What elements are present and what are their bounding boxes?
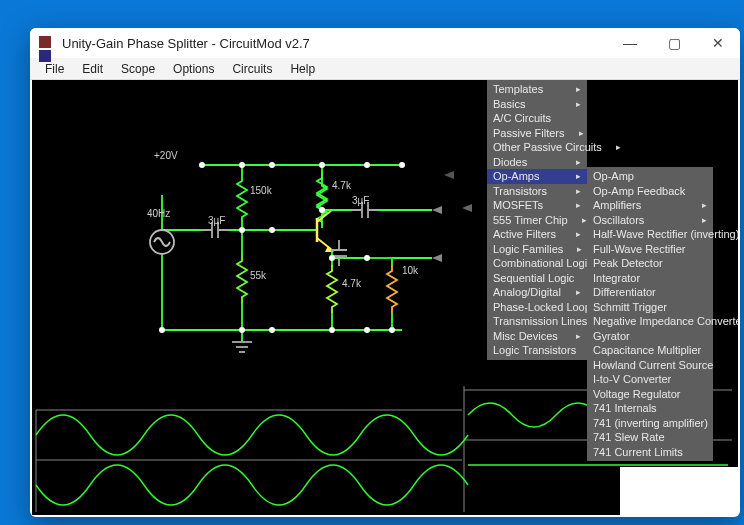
menu-item-label: MOSFETs — [493, 198, 576, 212]
menu-item-full-wave-rectifier[interactable]: Full-Wave Rectifier — [587, 242, 713, 257]
menu-item-op-amp-feedback[interactable]: Op-Amp Feedback — [587, 184, 713, 199]
menu-item-basics[interactable]: Basics▸ — [487, 97, 587, 112]
menu-item-label: Basics — [493, 97, 576, 111]
menu-item-oscillators[interactable]: Oscillators▸ — [587, 213, 713, 228]
label-c2: 3µF — [352, 195, 369, 206]
label-voltage: +20V — [154, 150, 178, 161]
menu-item-schmitt-trigger[interactable]: Schmitt Trigger — [587, 300, 713, 315]
menu-item-op-amps[interactable]: Op-Amps▸ — [487, 169, 587, 184]
menu-item-741-inverting-amplifier-[interactable]: 741 (inverting amplifier) — [587, 416, 713, 431]
svg-point-46 — [399, 162, 405, 168]
menu-item-templates[interactable]: Templates▸ — [487, 82, 587, 97]
window-title: Unity-Gain Phase Splitter - CircuitMod v… — [62, 36, 608, 51]
svg-point-47 — [239, 227, 245, 233]
menu-item-label: Other Passive Circuits — [493, 140, 616, 154]
menu-item-label: Full-Wave Rectifier — [593, 242, 707, 256]
menu-item-differentiator[interactable]: Differentiator — [587, 285, 713, 300]
menu-item-label: Analog/Digital — [493, 285, 576, 299]
blank-patch — [620, 467, 738, 515]
menu-item-capacitance-multiplier[interactable]: Capacitance Multiplier — [587, 343, 713, 358]
menu-item-gyrator[interactable]: Gyrator — [587, 329, 713, 344]
chevron-right-icon: ▸ — [702, 198, 707, 212]
maximize-button[interactable]: ▢ — [652, 28, 696, 58]
svg-point-54 — [364, 255, 370, 261]
close-button[interactable]: ✕ — [696, 28, 740, 58]
opamps-submenu: Op-AmpOp-Amp FeedbackAmplifiers▸Oscillat… — [587, 167, 713, 461]
menu-item-op-amp[interactable]: Op-Amp — [587, 169, 713, 184]
chevron-right-icon: ▸ — [576, 329, 581, 343]
menu-item-sequential-logic[interactable]: Sequential Logic▸ — [487, 271, 587, 286]
menu-item-label: Differentiator — [593, 285, 707, 299]
menu-item-diodes[interactable]: Diodes▸ — [487, 155, 587, 170]
svg-point-56 — [269, 162, 275, 168]
menu-item-label: Transistors — [493, 184, 576, 198]
menu-item-label: Templates — [493, 82, 576, 96]
menu-item-label: Schmitt Trigger — [593, 300, 707, 314]
menu-item-analog-digital[interactable]: Analog/Digital▸ — [487, 285, 587, 300]
menu-item-voltage-regulator[interactable]: Voltage Regulator — [587, 387, 713, 402]
chevron-right-icon: ▸ — [576, 227, 581, 241]
menu-item-transistors[interactable]: Transistors▸ — [487, 184, 587, 199]
menu-item-misc-devices[interactable]: Misc Devices▸ — [487, 329, 587, 344]
menu-item-peak-detector[interactable]: Peak Detector — [587, 256, 713, 271]
menu-item-label: Op-Amp — [593, 169, 707, 183]
menu-item-i-to-v-converter[interactable]: I-to-V Converter — [587, 372, 713, 387]
menu-item-mosfets[interactable]: MOSFETs▸ — [487, 198, 587, 213]
menu-item-label: 741 Slew Rate — [593, 430, 707, 444]
menu-item-logic-transistors[interactable]: Logic Transistors▸ — [487, 343, 587, 358]
label-r2: 55k — [250, 270, 266, 281]
menu-item-combinational-logic[interactable]: Combinational Logic▸ — [487, 256, 587, 271]
menu-item-howland-current-source[interactable]: Howland Current Source — [587, 358, 713, 373]
menu-item-label: Negative Impedance Converter — [593, 314, 738, 328]
chevron-right-icon: ▸ — [576, 285, 581, 299]
svg-point-55 — [319, 207, 325, 213]
chevron-right-icon: ▸ — [576, 155, 581, 169]
menu-item-label: Half-Wave Rectifier (inverting) — [593, 227, 738, 241]
chevron-right-icon: ▸ — [576, 82, 581, 96]
menubar: File Edit Scope Options Circuits Help — [30, 58, 740, 80]
label-r4: 4.7k — [342, 278, 361, 289]
menu-item-555-timer-chip[interactable]: 555 Timer Chip▸ — [487, 213, 587, 228]
menu-item-label: Amplifiers — [593, 198, 702, 212]
menu-item-label: Capacitance Multiplier — [593, 343, 715, 357]
menu-item-transmission-lines[interactable]: Transmission Lines▸ — [487, 314, 587, 329]
circuits-submenu: Templates▸Basics▸A/C CircuitsPassive Fil… — [487, 80, 587, 360]
menu-item-integrator[interactable]: Integrator — [587, 271, 713, 286]
chevron-right-icon: ▸ — [576, 169, 581, 183]
menu-item-label: 741 Current Limits — [593, 445, 707, 459]
menu-item-half-wave-rectifier-inverting-[interactable]: Half-Wave Rectifier (inverting) — [587, 227, 713, 242]
menu-item-passive-filters[interactable]: Passive Filters▸ — [487, 126, 587, 141]
menu-options[interactable]: Options — [164, 60, 223, 78]
menu-item-label: Op-Amp Feedback — [593, 184, 707, 198]
menu-item-741-internals[interactable]: 741 Internals — [587, 401, 713, 416]
chevron-right-icon: ▸ — [577, 242, 582, 256]
menu-scope[interactable]: Scope — [112, 60, 164, 78]
menu-item-label: Active Filters — [493, 227, 576, 241]
minimize-button[interactable]: — — [608, 28, 652, 58]
menu-item-label: I-to-V Converter — [593, 372, 707, 386]
circuit-canvas[interactable]: +20V 40Hz 150k 55k 4.7k 4.7k 10k 3µF 3µF… — [32, 80, 738, 515]
chevron-right-icon: ▸ — [702, 213, 707, 227]
chevron-right-icon: ▸ — [576, 184, 581, 198]
menu-item-label: Sequential Logic — [493, 271, 588, 285]
window-controls: — ▢ ✕ — [608, 28, 740, 58]
menu-item-amplifiers[interactable]: Amplifiers▸ — [587, 198, 713, 213]
menu-item-a-c-circuits[interactable]: A/C Circuits — [487, 111, 587, 126]
menu-item-label: Voltage Regulator — [593, 387, 707, 401]
menu-item-active-filters[interactable]: Active Filters▸ — [487, 227, 587, 242]
menu-circuits[interactable]: Circuits — [223, 60, 281, 78]
menu-item-logic-families[interactable]: Logic Families▸ — [487, 242, 587, 257]
svg-point-45 — [319, 162, 325, 168]
label-c1: 3µF — [208, 215, 225, 226]
menu-item-other-passive-circuits[interactable]: Other Passive Circuits▸ — [487, 140, 587, 155]
menu-item-label: A/C Circuits — [493, 111, 581, 125]
menu-item-phase-locked-loops[interactable]: Phase-Locked Loops▸ — [487, 300, 587, 315]
menu-item-negative-impedance-converter[interactable]: Negative Impedance Converter — [587, 314, 713, 329]
menu-edit[interactable]: Edit — [73, 60, 112, 78]
menu-item-label: Gyrator — [593, 329, 707, 343]
menu-item-label: 741 (inverting amplifier) — [593, 416, 722, 430]
menu-item-741-current-limits[interactable]: 741 Current Limits — [587, 445, 713, 460]
menu-item-741-slew-rate[interactable]: 741 Slew Rate — [587, 430, 713, 445]
menu-help[interactable]: Help — [281, 60, 324, 78]
menu-file[interactable]: File — [36, 60, 73, 78]
